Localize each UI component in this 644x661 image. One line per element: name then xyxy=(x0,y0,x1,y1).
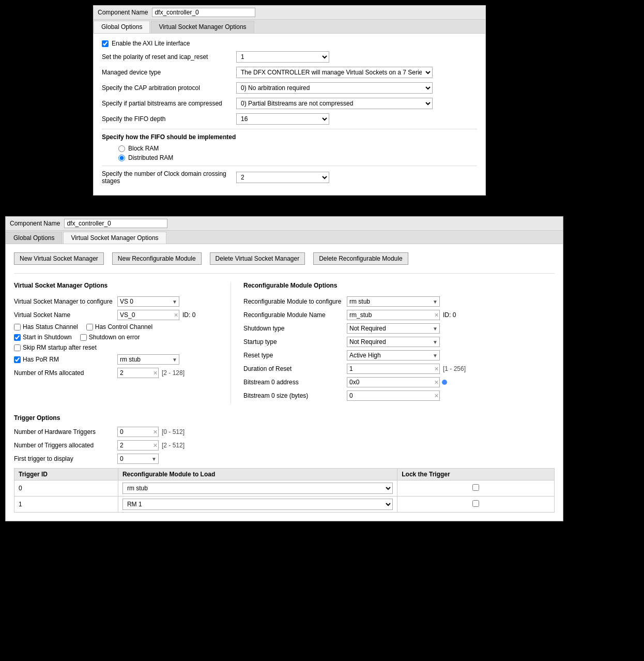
num-triggers-alloc-clear-icon[interactable]: ✕ xyxy=(153,442,158,449)
rm-name-input[interactable] xyxy=(347,310,440,320)
table-row: 0 rm stub xyxy=(14,480,555,497)
managed-device-select[interactable]: The DFX CONTROLLER will manage Virtual S… xyxy=(236,67,433,78)
cap-arbitration-select[interactable]: 0) No arbitration required xyxy=(236,82,433,94)
trigger-table-header: Trigger ID Reconfigurable Module to Load… xyxy=(14,469,555,480)
rm-load-select-0[interactable]: rm stub xyxy=(122,483,393,494)
enable-axi-checkbox[interactable] xyxy=(102,40,109,47)
rm-configure-row: Reconfigurable Module to configure rm st… xyxy=(243,296,555,307)
trigger-table: Trigger ID Reconfigurable Module to Load… xyxy=(14,468,555,513)
distributed-ram-radio-row: Distributed RAM xyxy=(118,154,477,161)
has-por-checkbox[interactable] xyxy=(14,356,21,363)
lock-checkbox-1[interactable] xyxy=(472,500,479,507)
vsm-name-row: Virtual Socket Name ✕ ID: 0 xyxy=(14,310,222,320)
clock-domain-select[interactable]: 2 xyxy=(236,172,329,183)
vsm-name-input[interactable] xyxy=(117,310,179,320)
delete-vsm-button[interactable]: Delete Virtual Socket Manager xyxy=(210,252,305,265)
rm-name-label: Reconfigurable Module Name xyxy=(243,311,347,319)
startup-type-select-wrapper: Not Required Active High Active Low ▼ xyxy=(347,337,440,347)
shutdown-type-select[interactable]: Not Required Active High Active Low xyxy=(347,323,440,334)
managed-device-label: Managed device type xyxy=(102,69,236,76)
delete-rm-button[interactable]: Delete Reconfigurable Module xyxy=(313,252,408,265)
num-hw-triggers-range: [0 - 512] xyxy=(162,428,185,435)
top-tab-vsm[interactable]: Virtual Socket Manager Options xyxy=(151,21,254,33)
reset-type-select[interactable]: Active High Active Low Not Required xyxy=(347,350,440,360)
shutdown-type-label: Shutdown type xyxy=(243,325,347,332)
vsm-configure-select[interactable]: VS 0 xyxy=(117,296,179,307)
bitstream0-size-input[interactable] xyxy=(347,390,440,401)
skip-rm-checkbox[interactable] xyxy=(14,344,21,351)
lock-checkbox-0[interactable] xyxy=(472,484,479,491)
first-trigger-display-select[interactable]: 0 xyxy=(117,454,159,464)
polarity-reset-label: Set the polarity of reset and icap_reset xyxy=(102,53,236,61)
vsm-id-label: ID: 0 xyxy=(182,311,195,319)
start-in-shutdown-checkbox[interactable] xyxy=(14,334,21,341)
has-control-checkbox[interactable] xyxy=(86,324,93,330)
has-status-checkbox[interactable] xyxy=(14,324,21,330)
page-wrapper: Component Name Global Options Virtual So… xyxy=(0,0,644,661)
bitstream0-size-input-wrapper: ✕ xyxy=(347,390,440,401)
num-rms-label: Number of RMs allocated xyxy=(14,369,117,377)
bottom-component-header: Component Name xyxy=(6,217,563,231)
fifo-impl-radio-group: Block RAM Distributed RAM xyxy=(118,145,477,161)
new-vsm-button[interactable]: New Virtual Socket Manager xyxy=(14,252,104,265)
new-rm-button[interactable]: New Reconfigurable Module xyxy=(112,252,202,265)
num-rms-clear-icon[interactable]: ✕ xyxy=(153,370,158,377)
bitstream0-address-label: Bitstream 0 address xyxy=(243,379,347,386)
startup-type-select[interactable]: Not Required Active High Active Low xyxy=(347,337,440,347)
partial-bitstreams-select[interactable]: 0) Partial Bitstreams are not compressed xyxy=(236,98,433,109)
shutdown-on-error-checkbox[interactable] xyxy=(80,334,87,341)
toolbar: New Virtual Socket Manager New Reconfigu… xyxy=(14,252,555,274)
num-rms-input[interactable] xyxy=(117,368,159,378)
top-global-options-content: Enable the AXI Lite interface Set the po… xyxy=(94,34,485,195)
num-triggers-alloc-input[interactable] xyxy=(117,440,159,450)
lock-trigger-col-header: Lock the Trigger xyxy=(397,469,555,480)
first-trigger-display-label: First trigger to display xyxy=(14,455,117,462)
fifo-depth-select[interactable]: 16 xyxy=(236,113,329,125)
bitstream0-size-row: Bitstream 0 size (bytes) ✕ xyxy=(243,390,555,401)
rm-name-clear-icon[interactable]: ✕ xyxy=(434,312,439,319)
bitstream0-size-clear-icon[interactable]: ✕ xyxy=(434,393,439,399)
fifo-impl-title: Specify how the FIFO should be implement… xyxy=(102,133,477,141)
top-component-header: Component Name xyxy=(94,6,485,20)
top-tab-global[interactable]: Global Options xyxy=(94,21,150,33)
enable-axi-label: Enable the AXI Lite interface xyxy=(112,40,190,47)
vsm-configure-label: Virtual Socket Manager to configure xyxy=(14,298,117,305)
num-rms-range: [2 - 128] xyxy=(162,369,185,377)
bottom-component-name-label: Component Name xyxy=(10,220,60,227)
rm-id-label: ID: 0 xyxy=(443,311,456,319)
rm-configure-select[interactable]: rm stub xyxy=(347,296,440,307)
has-control-label: Has Control Channel xyxy=(95,323,152,330)
num-rms-input-wrapper: ✕ xyxy=(117,368,159,378)
bitstream0-address-blue-dot-icon xyxy=(442,380,447,385)
bottom-tab-vsm[interactable]: Virtual Socket Manager Options xyxy=(63,232,166,244)
num-triggers-alloc-range: [2 - 512] xyxy=(162,442,185,449)
block-ram-label: Block RAM xyxy=(128,145,159,152)
rm-load-select-1[interactable]: RM 1 xyxy=(122,499,393,510)
table-row: 1 RM 1 xyxy=(14,497,555,513)
polarity-reset-select[interactable]: 1 xyxy=(236,51,329,63)
has-status-check-item: Has Status Channel xyxy=(14,323,78,330)
vsm-shutdown-checkboxes: Start in Shutdown Shutdown on error xyxy=(14,334,222,341)
vsm-section-header: Virtual Socket Manager Options xyxy=(14,282,222,291)
por-rm-select[interactable]: rm stub xyxy=(117,354,179,365)
vsm-name-clear-icon[interactable]: ✕ xyxy=(174,312,178,319)
top-component-name-input[interactable] xyxy=(152,8,255,17)
bottom-tab-global[interactable]: Global Options xyxy=(6,232,62,244)
trigger-id-col-header: Trigger ID xyxy=(14,469,118,480)
bitstream0-address-clear-icon[interactable]: ✕ xyxy=(434,379,439,386)
num-hw-triggers-clear-icon[interactable]: ✕ xyxy=(153,429,158,435)
clock-domain-row: Specify the number of Clock domain cross… xyxy=(102,170,477,185)
managed-device-row: Managed device type The DFX CONTROLLER w… xyxy=(102,67,477,78)
block-ram-radio[interactable] xyxy=(118,145,125,152)
duration-reset-label: Duration of Reset xyxy=(243,365,347,372)
vsm-name-label: Virtual Socket Name xyxy=(14,311,117,319)
num-hw-triggers-input[interactable] xyxy=(117,427,159,437)
duration-reset-clear-icon[interactable]: ✕ xyxy=(434,366,439,372)
bitstream0-address-input[interactable] xyxy=(347,377,440,387)
bottom-component-name-input[interactable] xyxy=(64,219,167,228)
por-rm-select-wrapper: rm stub ▼ xyxy=(117,354,179,365)
vsm-configure-select-wrapper: VS 0 ▼ xyxy=(117,296,179,307)
distributed-ram-radio[interactable] xyxy=(118,155,125,161)
reset-type-select-wrapper: Active High Active Low Not Required ▼ xyxy=(347,350,440,360)
duration-reset-input[interactable] xyxy=(347,364,440,374)
